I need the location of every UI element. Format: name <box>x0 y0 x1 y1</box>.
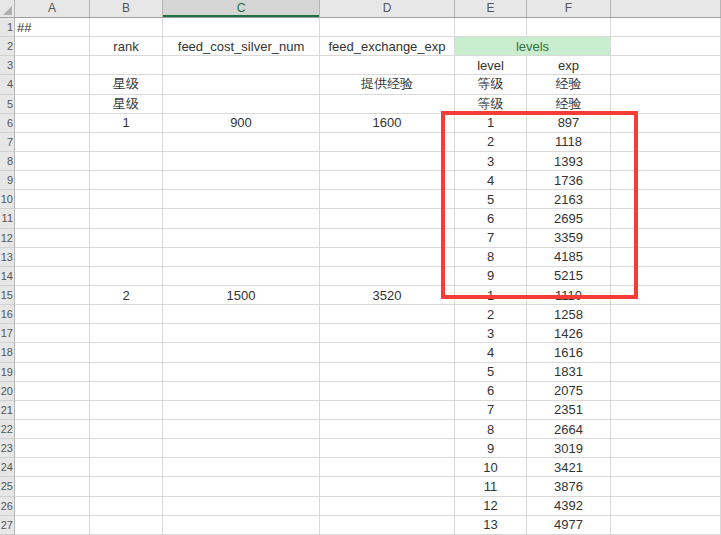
cell-B25[interactable] <box>90 477 163 496</box>
cell-A22[interactable] <box>15 420 90 439</box>
row-header-20[interactable]: 20 <box>0 382 15 401</box>
cell-D22[interactable] <box>320 420 455 439</box>
cell-E4[interactable]: 等级 <box>455 75 527 94</box>
cell-F25[interactable]: 3876 <box>527 477 611 496</box>
cell-G6[interactable] <box>611 114 721 133</box>
cell-A26[interactable] <box>15 497 90 516</box>
cell-G21[interactable] <box>611 401 721 420</box>
cell-D21[interactable] <box>320 401 455 420</box>
cell-C13[interactable] <box>163 248 320 267</box>
cell-C21[interactable] <box>163 401 320 420</box>
cell-F4[interactable]: 经验 <box>527 75 611 94</box>
cell-C12[interactable] <box>163 229 320 248</box>
cell-D18[interactable] <box>320 343 455 362</box>
cell-B14[interactable] <box>90 267 163 286</box>
cell-B24[interactable] <box>90 458 163 477</box>
cell-A23[interactable] <box>15 439 90 458</box>
cell-F12[interactable]: 3359 <box>527 229 611 248</box>
cell-D10[interactable] <box>320 190 455 209</box>
cell-A8[interactable] <box>15 152 90 171</box>
row-header-27[interactable]: 27 <box>0 516 15 535</box>
cell-A25[interactable] <box>15 477 90 496</box>
cell-A12[interactable] <box>15 229 90 248</box>
cell-B11[interactable] <box>90 209 163 228</box>
cell-F6[interactable]: 897 <box>527 114 611 133</box>
cell-A7[interactable] <box>15 133 90 152</box>
cell-F22[interactable]: 2664 <box>527 420 611 439</box>
cell-A16[interactable] <box>15 305 90 324</box>
cell-B5[interactable]: 星级 <box>90 95 163 114</box>
cell-G3[interactable] <box>611 56 721 75</box>
cell-C11[interactable] <box>163 209 320 228</box>
cell-A2[interactable] <box>15 37 90 56</box>
cell-C22[interactable] <box>163 420 320 439</box>
cell-E3[interactable]: level <box>455 56 527 75</box>
row-header-5[interactable]: 5 <box>0 95 15 114</box>
cell-A10[interactable] <box>15 190 90 209</box>
cell-D27[interactable] <box>320 516 455 535</box>
cell-B20[interactable] <box>90 382 163 401</box>
cell-E14[interactable]: 9 <box>455 267 527 286</box>
cell-G12[interactable] <box>611 229 721 248</box>
cell-B8[interactable] <box>90 152 163 171</box>
row-header-6[interactable]: 6 <box>0 114 15 133</box>
cell-F20[interactable]: 2075 <box>527 382 611 401</box>
cell-F13[interactable]: 4185 <box>527 248 611 267</box>
row-header-12[interactable]: 12 <box>0 229 15 248</box>
row-header-9[interactable]: 9 <box>0 171 15 190</box>
row-header-18[interactable]: 18 <box>0 343 15 362</box>
cell-C15[interactable]: 1500 <box>163 286 320 305</box>
cell-B7[interactable] <box>90 133 163 152</box>
row-header-14[interactable]: 14 <box>0 267 15 286</box>
cell-G20[interactable] <box>611 382 721 401</box>
cell-B4[interactable]: 星级 <box>90 75 163 94</box>
cell-G22[interactable] <box>611 420 721 439</box>
cell-C5[interactable] <box>163 95 320 114</box>
cell-A20[interactable] <box>15 382 90 401</box>
row-header-7[interactable]: 7 <box>0 133 15 152</box>
cell-F11[interactable]: 2695 <box>527 209 611 228</box>
cell-A6[interactable] <box>15 114 90 133</box>
cell-F7[interactable]: 1118 <box>527 133 611 152</box>
cell-D17[interactable] <box>320 324 455 343</box>
cell-G16[interactable] <box>611 305 721 324</box>
cell-C8[interactable] <box>163 152 320 171</box>
cell-G13[interactable] <box>611 248 721 267</box>
cell-E21[interactable]: 7 <box>455 401 527 420</box>
cell-E2-levels-merged[interactable]: levels <box>455 37 611 56</box>
cell-F24[interactable]: 3421 <box>527 458 611 477</box>
cell-F17[interactable]: 1426 <box>527 324 611 343</box>
cell-G8[interactable] <box>611 152 721 171</box>
cell-F9[interactable]: 1736 <box>527 171 611 190</box>
cell-G24[interactable] <box>611 458 721 477</box>
row-header-1[interactable]: 1 <box>0 18 15 37</box>
cell-B17[interactable] <box>90 324 163 343</box>
cell-A3[interactable] <box>15 56 90 75</box>
column-header-B[interactable]: B <box>90 0 163 17</box>
cell-G11[interactable] <box>611 209 721 228</box>
cell-A21[interactable] <box>15 401 90 420</box>
cell-D14[interactable] <box>320 267 455 286</box>
column-header-F[interactable]: F <box>527 0 611 17</box>
cell-B12[interactable] <box>90 229 163 248</box>
cell-C3[interactable] <box>163 56 320 75</box>
cell-F18[interactable]: 1616 <box>527 343 611 362</box>
cell-C26[interactable] <box>163 497 320 516</box>
select-all-corner[interactable] <box>0 0 15 17</box>
cell-D15[interactable]: 3520 <box>320 286 455 305</box>
column-header-unlabeled[interactable] <box>611 0 721 17</box>
cell-G27[interactable] <box>611 516 721 535</box>
cell-B2[interactable]: rank <box>90 37 163 56</box>
cell-E19[interactable]: 5 <box>455 363 527 382</box>
cell-A17[interactable] <box>15 324 90 343</box>
cell-E17[interactable]: 3 <box>455 324 527 343</box>
cell-F5[interactable]: 经验 <box>527 95 611 114</box>
row-header-10[interactable]: 10 <box>0 190 15 209</box>
cell-E7[interactable]: 2 <box>455 133 527 152</box>
cell-D23[interactable] <box>320 439 455 458</box>
cell-B22[interactable] <box>90 420 163 439</box>
column-header-A[interactable]: A <box>15 0 90 17</box>
cell-A4[interactable] <box>15 75 90 94</box>
cell-E26[interactable]: 12 <box>455 497 527 516</box>
cell-C19[interactable] <box>163 363 320 382</box>
